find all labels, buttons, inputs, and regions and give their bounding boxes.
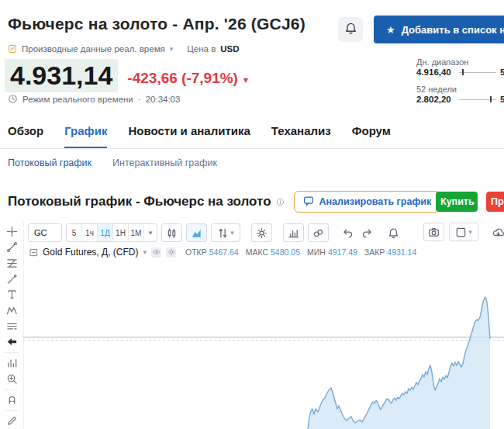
chevron-down-icon[interactable]: ▾ xyxy=(170,45,174,53)
camera-button[interactable] xyxy=(423,223,444,241)
timeframe-5[interactable]: 5 xyxy=(67,224,82,241)
toolbar-separator xyxy=(5,352,19,353)
chat-icon xyxy=(303,195,314,209)
price-change: -423,66 (-7,91%) xyxy=(127,70,238,87)
sell-button[interactable]: Продать xyxy=(486,192,504,212)
day-range-label: Дн. диапазон xyxy=(416,57,468,67)
day-range-slider xyxy=(459,69,496,76)
quote-row: 4.931,14 -423,66 (-7,91%) ▾ xyxy=(5,59,248,92)
info-icon[interactable] xyxy=(276,198,285,206)
section-title: Потоковый график - Фьючерс на золото xyxy=(8,194,271,209)
timeframe-1М[interactable]: 1М xyxy=(129,224,144,241)
alerts-bell-button[interactable] xyxy=(338,17,363,42)
tab-forum[interactable]: Форум xyxy=(352,124,391,149)
redo-icon xyxy=(361,227,373,239)
tab-tehanaliz[interactable]: Теханализ xyxy=(271,124,331,149)
cloud-download-button[interactable] xyxy=(490,223,504,241)
indicators-button[interactable] xyxy=(283,223,304,242)
fib-retracement-icon xyxy=(6,258,18,269)
realtime-row: Режим реального времени · 20:34:03 xyxy=(8,94,180,104)
chart-style-buttons: ▾ xyxy=(161,223,401,242)
timeframe-1ч[interactable]: 1ч xyxy=(82,224,98,241)
compare-icon xyxy=(312,227,324,239)
day-range-low: 4.916,40 xyxy=(416,67,457,77)
measure-tool[interactable] xyxy=(1,355,22,370)
tab-grafik[interactable]: График xyxy=(64,124,107,149)
tabs-row: ОбзорГрафикНовости и аналитикаТеханализФ… xyxy=(8,124,391,149)
drawing-toolbar xyxy=(0,222,24,429)
ohlc-откр: ОТКР5467.64 xyxy=(185,247,239,257)
subnav-streaming-chart[interactable]: Потоковый график xyxy=(8,157,91,168)
chart-legend: Gold Futures, Д, (CFD) ▾ ОТКР5467.64МАКС… xyxy=(29,247,416,258)
toolbar-separator xyxy=(5,389,19,390)
cloud-download-icon xyxy=(492,227,504,238)
timeframe-1Д[interactable]: 1Д xyxy=(98,224,113,241)
zoom-in-tool[interactable] xyxy=(1,372,22,386)
page-root: Фьючерс на золото - Апр. '26 (GCJ6) ★ До… xyxy=(0,0,504,429)
crosshair-icon xyxy=(6,226,18,237)
legend-caret-icon[interactable]: ▾ xyxy=(143,248,147,256)
add-to-watchlist-button[interactable]: ★ Добавить в список наблюдения xyxy=(374,16,504,43)
magnet-icon xyxy=(6,394,18,406)
subnav-interactive-chart[interactable]: Интерактивный график xyxy=(112,157,217,168)
tab-obzor[interactable]: Обзор xyxy=(8,124,43,149)
eye-icon[interactable] xyxy=(151,247,161,258)
alert-bell-button[interactable] xyxy=(385,223,401,242)
timeframe-1Н[interactable]: 1Н xyxy=(113,224,129,241)
chart-toolbar: GC 51ч1Д1Н1М▾ ▾ xyxy=(28,223,401,243)
symbol-input[interactable]: GC xyxy=(28,223,62,242)
meta-row: Производные данные реал. время ▾ Цена в … xyxy=(8,44,240,54)
pencil-tool[interactable] xyxy=(1,413,22,428)
redo-button[interactable] xyxy=(359,223,375,242)
price-chart[interactable] xyxy=(23,262,504,429)
collapse-legend-icon[interactable] xyxy=(29,248,38,257)
position-tool-tool[interactable] xyxy=(1,319,22,334)
area-chart-button[interactable] xyxy=(186,223,207,242)
fib-retracement-tool[interactable] xyxy=(1,256,22,271)
settings-gear-button[interactable] xyxy=(251,223,272,242)
zoom-in-icon xyxy=(6,373,18,385)
week-range-marker xyxy=(490,96,492,102)
price-in-label: Цена в xyxy=(187,44,216,54)
clock-icon xyxy=(8,94,18,104)
section-header: Потоковый график - Фьючерс на золото Ана… xyxy=(8,191,455,213)
ohlc-мин: МИН4917.49 xyxy=(307,247,357,257)
series-name: Gold Futures, Д, (CFD) xyxy=(43,247,138,258)
arrow-left-tool[interactable] xyxy=(1,334,22,349)
ohlc-value: 4917.49 xyxy=(328,247,357,257)
camera-icon xyxy=(428,227,440,238)
crosshair-tool[interactable] xyxy=(1,224,22,239)
measure-icon xyxy=(6,357,18,368)
analyze-chart-label: Анализировать график xyxy=(319,196,432,207)
week-range-low: 2.802,20 xyxy=(416,95,457,104)
separator-dot: · xyxy=(138,95,141,104)
text-tool-icon xyxy=(6,289,18,300)
trend-line-tool[interactable] xyxy=(1,240,22,254)
candlestick-chart-button[interactable] xyxy=(161,223,182,242)
chevron-down-icon: ▾ xyxy=(468,228,472,236)
interval-arrows-button[interactable]: ▾ xyxy=(211,223,240,242)
derived-data-label[interactable]: Производные данные реал. время xyxy=(22,44,165,54)
undo-button[interactable] xyxy=(340,223,355,242)
buy-button[interactable]: Купить xyxy=(436,192,478,212)
alert-bell-icon xyxy=(388,227,399,239)
bell-icon xyxy=(344,22,357,37)
tab-novosti-i-analitika[interactable]: Новости и аналитика xyxy=(128,124,250,149)
quote-time: 20:34:03 xyxy=(146,95,181,104)
indicators-icon xyxy=(288,227,299,239)
compare-button[interactable] xyxy=(308,223,329,242)
change-caret-icon[interactable]: ▾ xyxy=(243,74,248,85)
magnet-tool[interactable] xyxy=(1,393,22,407)
timeframe-caret-icon[interactable]: ▾ xyxy=(144,224,157,241)
pattern-tool[interactable] xyxy=(1,303,22,317)
day-range-marker xyxy=(462,69,464,75)
series-settings-gear-icon[interactable] xyxy=(166,247,176,258)
ohlc-label: ОТКР xyxy=(185,247,207,257)
brush-tool[interactable] xyxy=(1,272,22,286)
layout-square-button[interactable]: ▾ xyxy=(449,223,478,241)
analyze-chart-button[interactable]: Анализировать график xyxy=(294,191,441,213)
text-tool-tool[interactable] xyxy=(1,287,22,302)
settings-gear-icon xyxy=(256,227,268,239)
currency-label: USD xyxy=(220,44,239,54)
arrow-left-icon xyxy=(6,336,18,348)
